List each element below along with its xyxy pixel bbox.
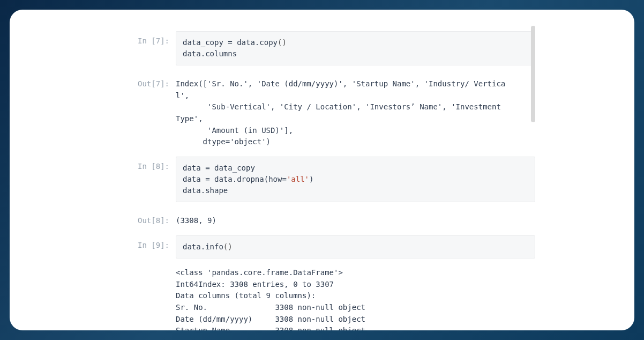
code-line: data_copy = data.copy [183,38,278,47]
cell-stdout-9: <class 'pandas.core.frame.DataFrame'> In… [117,263,535,330]
prompt-in-7: In [7]: [117,31,176,65]
code-punct: () [278,38,287,47]
code-line: data.info [183,242,223,251]
cell-in-7: In [7]: data_copy = data.copy() data.col… [117,10,535,70]
prompt-empty [117,263,176,330]
notebook-content: In [7]: data_copy = data.copy() data.col… [117,10,535,330]
code-input-9[interactable]: data.info() [176,235,535,258]
prompt-in-8: In [8]: [117,157,176,202]
cell-in-9: In [9]: data.info() [117,231,535,263]
notebook-container: In [7]: data_copy = data.copy() data.col… [10,10,634,330]
cell-out-8: Out[8]: (3308, 9) [117,206,535,231]
prompt-in-9: In [9]: [117,235,176,258]
code-line: data = data_copy [183,164,255,172]
code-line: data.columns [183,49,237,58]
output-7: Index(['Sr. No.', 'Date (dd/mm/yyyy)', '… [176,74,535,148]
prompt-out-7: Out[7]: [117,74,176,148]
cell-in-8: In [8]: data = data_copy data = data.dro… [117,152,535,206]
output-8: (3308, 9) [176,211,535,227]
code-input-7[interactable]: data_copy = data.copy() data.columns [176,31,535,65]
code-punct: ) [309,175,313,183]
output-9: <class 'pandas.core.frame.DataFrame'> In… [176,263,535,330]
code-line: data.shape [183,186,228,195]
scrollbar-thumb[interactable] [531,26,535,122]
code-input-8[interactable]: data = data_copy data = data.dropna(how=… [176,157,535,202]
code-punct: () [223,242,233,251]
code-line: data = data.dropna(how= [183,175,287,183]
prompt-out-8: Out[8]: [117,211,176,227]
code-string: 'all' [287,175,309,183]
cell-out-7: Out[7]: Index(['Sr. No.', 'Date (dd/mm/y… [117,70,535,152]
